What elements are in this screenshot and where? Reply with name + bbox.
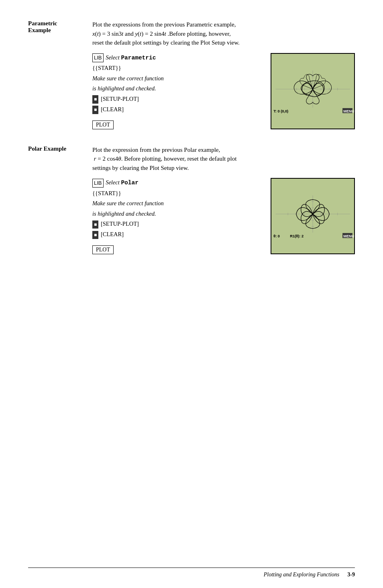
step-start-parametric: {{START}} <box>92 63 263 72</box>
step-italic2-parametric: is highlighted and checked. <box>92 84 263 93</box>
polar-content: Plot the expression from the previous Po… <box>92 145 355 255</box>
polar-graph-screen: θ: 0 R1(θ): 2 MENU <box>271 178 355 254</box>
parametric-content: Plot the expressions from the previous P… <box>92 20 355 129</box>
polar-steps: LIB Select Polar {{START}} Make sure the… <box>92 178 263 254</box>
step-italic2-polar: is highlighted and checked. <box>92 209 263 218</box>
parametric-graph-screen: T: 0 (0,0) MENU <box>271 53 355 129</box>
svg-text:T: 0  (0,0): T: 0 (0,0) <box>273 109 288 113</box>
lib-key: LIB <box>92 53 104 62</box>
polar-graph-svg: θ: 0 R1(θ): 2 MENU <box>271 179 354 253</box>
step-clear-polar: ■ [CLEAR] <box>92 230 263 239</box>
plot-button-parametric[interactable]: PLOT <box>92 120 114 129</box>
polar-section: Polar Example Plot the expression from t… <box>28 145 355 255</box>
svg-text:θ: 0: θ: 0 <box>273 234 280 238</box>
footer-text: Plotting and Exploring Functions <box>264 572 340 578</box>
footer-page: 3-9 <box>347 572 355 578</box>
shift-key-clear-polar: ■ <box>92 231 98 239</box>
shift-key-setup: ■ <box>92 95 98 104</box>
lib-key-polar: LIB <box>92 179 104 188</box>
polar-section-label: Polar Example <box>28 145 66 152</box>
step-start-polar: {{START}} <box>92 189 263 198</box>
shift-key-clear: ■ <box>92 106 98 114</box>
step-setup-plot-parametric: ■ [SETUP-PLOT] <box>92 94 263 104</box>
parametric-graph-svg: T: 0 (0,0) MENU <box>271 54 354 129</box>
step-clear-parametric: ■ [CLEAR] <box>92 105 263 114</box>
step-lib-polar: LIB Select Polar <box>92 178 263 188</box>
polar-instructions-block: LIB Select Polar {{START}} Make sure the… <box>92 178 355 254</box>
label-line1: Parametric <box>28 20 57 27</box>
step-italic1-polar: Make sure the correct function <box>92 199 263 208</box>
step-lib-parametric: LIB Select Parametric <box>92 53 263 63</box>
label-line2: Example <box>28 27 51 33</box>
parametric-steps: LIB Select Parametric {{START}} Make sur… <box>92 53 263 129</box>
step-italic1-parametric: Make sure the correct function <box>92 74 263 83</box>
svg-text:MENU: MENU <box>343 109 354 113</box>
svg-rect-27 <box>271 233 354 239</box>
parametric-intro: Plot the expressions from the previous P… <box>92 20 355 47</box>
shift-key-setup-polar: ■ <box>92 220 98 229</box>
page: Parametric Example Plot the expressions … <box>0 0 383 588</box>
polar-label: Polar Example <box>28 145 92 255</box>
step-setup-plot-polar: ■ [SETUP-PLOT] <box>92 219 263 229</box>
polar-intro: Plot the expression from the previous Po… <box>92 145 355 173</box>
plot-button-polar[interactable]: PLOT <box>92 245 114 254</box>
parametric-section: Parametric Example Plot the expressions … <box>28 20 355 129</box>
svg-text:MENU: MENU <box>343 234 354 238</box>
svg-text:R1(θ): 2: R1(θ): 2 <box>290 234 304 238</box>
parametric-label: Parametric Example <box>28 20 92 129</box>
parametric-instructions-block: LIB Select Parametric {{START}} Make sur… <box>92 53 355 129</box>
bottom-divider <box>28 568 355 568</box>
footer: Plotting and Exploring Functions 3-9 <box>28 572 355 578</box>
